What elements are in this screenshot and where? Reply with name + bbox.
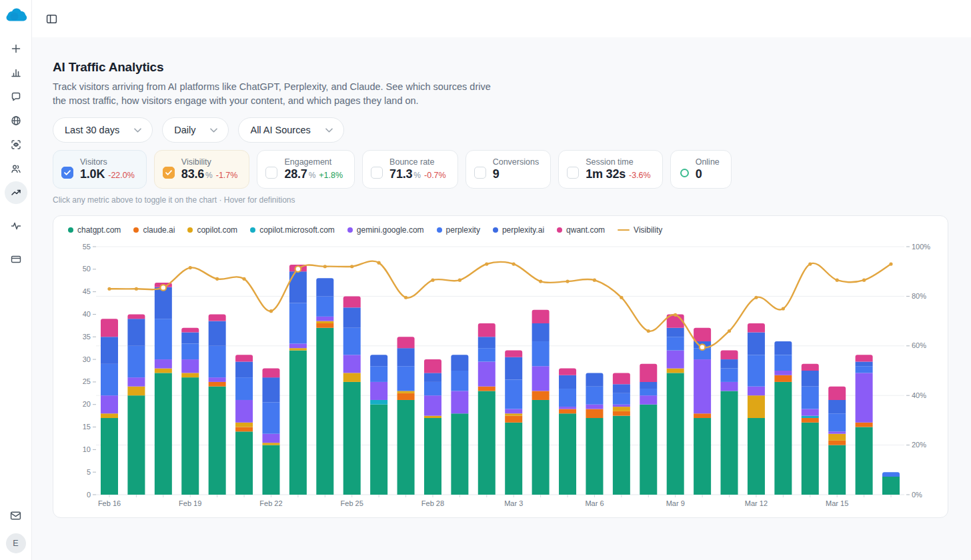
visibility-point[interactable] xyxy=(431,279,434,282)
sidebar-item-chat[interactable] xyxy=(5,85,27,108)
sidebar-item-trends[interactable] xyxy=(5,181,27,204)
legend-item-chatgpt-com[interactable]: chatgpt.com xyxy=(68,225,121,235)
metric-delta: -3.6% xyxy=(629,171,651,180)
visibility-point[interactable] xyxy=(269,309,273,313)
visibility-point[interactable] xyxy=(539,280,542,283)
visibility-point[interactable] xyxy=(782,307,785,311)
visibility-point-highlight[interactable] xyxy=(161,285,167,291)
bar-mar-12[interactable] xyxy=(748,323,765,495)
metric-card-online[interactable]: Online0 xyxy=(670,150,732,189)
bar-feb-19[interactable] xyxy=(181,328,199,495)
visibility-point[interactable] xyxy=(862,279,866,282)
visibility-point[interactable] xyxy=(593,279,596,282)
svg-text:60%: 60% xyxy=(912,341,926,349)
sidebar-item-activity[interactable] xyxy=(5,215,27,237)
bar-feb-21[interactable] xyxy=(235,355,253,495)
sidebar-item-monitor[interactable] xyxy=(5,133,27,156)
sidebar-item-new[interactable] xyxy=(5,37,27,60)
legend-item-gemini-google-com[interactable]: gemini.google.com xyxy=(347,225,424,235)
visibility-point[interactable] xyxy=(889,263,892,266)
metric-card-session-time[interactable]: Session time1m 32s-3.6% xyxy=(558,150,663,189)
metric-checkbox[interactable] xyxy=(61,167,73,179)
bar-mar-15[interactable] xyxy=(828,387,846,495)
user-avatar[interactable]: E xyxy=(6,533,26,553)
visibility-point[interactable] xyxy=(323,265,327,268)
visibility-point[interactable] xyxy=(836,279,839,282)
bar-mar-4[interactable] xyxy=(532,310,550,495)
visibility-point[interactable] xyxy=(728,329,731,333)
visibility-point-highlight[interactable] xyxy=(295,266,301,272)
bar-feb-17[interactable] xyxy=(127,315,145,495)
bar-mar-7[interactable] xyxy=(613,373,630,495)
bar-mar-5[interactable] xyxy=(559,369,576,495)
legend-item-perplexity[interactable]: perplexity xyxy=(437,225,480,235)
bar-feb-23[interactable] xyxy=(289,265,307,495)
bar-mar-9[interactable] xyxy=(667,315,684,495)
metric-checkbox[interactable] xyxy=(567,167,579,179)
visibility-point[interactable] xyxy=(808,263,812,266)
bar-mar-10[interactable] xyxy=(694,328,711,495)
metric-card-conversions[interactable]: Conversions9 xyxy=(465,150,551,189)
metric-checkbox[interactable] xyxy=(474,167,486,179)
bar-mar-1[interactable] xyxy=(451,355,468,495)
sidebar-item-inbox[interactable] xyxy=(5,504,27,527)
bar-feb-26[interactable] xyxy=(370,355,387,495)
visibility-point[interactable] xyxy=(215,277,219,281)
visibility-point[interactable] xyxy=(404,296,407,299)
bar-feb-20[interactable] xyxy=(209,315,226,495)
visibility-point[interactable] xyxy=(566,280,569,283)
bar-mar-6[interactable] xyxy=(586,373,603,495)
visibility-point[interactable] xyxy=(674,313,677,317)
bar-mar-13[interactable] xyxy=(774,341,792,495)
visibility-point[interactable] xyxy=(647,329,650,333)
legend-item-visibility[interactable]: Visibility xyxy=(618,225,662,235)
metric-card-engagement[interactable]: Engagement28.7%+1.8% xyxy=(257,150,355,189)
bar-feb-24[interactable] xyxy=(316,279,333,495)
visibility-point[interactable] xyxy=(107,287,111,291)
bar-feb-16[interactable] xyxy=(101,319,118,495)
visibility-point[interactable] xyxy=(512,263,516,266)
sidebar-item-audience[interactable] xyxy=(5,157,27,180)
legend-item-copilot-microsoft-com[interactable]: copilot.microsoft.com xyxy=(250,225,335,235)
sidebar-item-billing[interactable] xyxy=(5,248,27,271)
legend-item-copilot-com[interactable]: copilot.com xyxy=(187,225,237,235)
legend-item-perplexity-ai[interactable]: perplexity.ai xyxy=(493,225,544,235)
date-range-select[interactable]: Last 30 days xyxy=(53,117,153,143)
bar-mar-11[interactable] xyxy=(721,351,738,495)
bar-feb-18[interactable] xyxy=(155,283,172,495)
metric-card-visitors[interactable]: Visitors1.0K-22.0% xyxy=(53,150,147,189)
metric-checkbox[interactable] xyxy=(265,167,277,179)
legend-item-claude-ai[interactable]: claude.ai xyxy=(133,225,175,235)
visibility-point-highlight[interactable] xyxy=(700,345,706,351)
source-select[interactable]: All AI Sources xyxy=(238,117,343,143)
visibility-point[interactable] xyxy=(377,261,381,265)
sidebar-item-analytics[interactable] xyxy=(5,61,27,84)
visibility-point[interactable] xyxy=(135,287,138,291)
visibility-point[interactable] xyxy=(189,266,192,269)
legend-item-qwant-com[interactable]: qwant.com xyxy=(557,225,605,235)
bar-feb-25[interactable] xyxy=(343,297,361,495)
visibility-point[interactable] xyxy=(350,265,353,268)
visibility-point[interactable] xyxy=(458,279,461,282)
metric-card-visibility[interactable]: Visibility83.6%-1.7% xyxy=(154,150,250,189)
bar-mar-17[interactable] xyxy=(882,472,900,495)
metric-card-bounce-rate[interactable]: Bounce rate71.3%-0.7% xyxy=(362,150,458,189)
sidebar-toggle-button[interactable] xyxy=(41,9,61,29)
bar-mar-14[interactable] xyxy=(802,364,819,495)
bar-feb-27[interactable] xyxy=(397,337,415,495)
visibility-point[interactable] xyxy=(754,296,758,299)
bar-feb-28[interactable] xyxy=(424,359,441,495)
bar-feb-22[interactable] xyxy=(262,369,279,495)
bar-mar-2[interactable] xyxy=(478,323,496,495)
metric-checkbox[interactable] xyxy=(163,167,175,179)
visibility-point[interactable] xyxy=(485,263,488,266)
bar-mar-8[interactable] xyxy=(640,364,657,495)
granularity-select[interactable]: Daily xyxy=(162,117,229,143)
bar-mar-16[interactable] xyxy=(856,355,873,495)
cloud-logo[interactable] xyxy=(5,5,27,25)
sidebar-item-web[interactable] xyxy=(5,109,27,132)
metric-checkbox[interactable] xyxy=(371,167,383,179)
visibility-point[interactable] xyxy=(242,277,245,281)
bar-mar-3[interactable] xyxy=(505,351,522,495)
visibility-point[interactable] xyxy=(620,296,623,299)
